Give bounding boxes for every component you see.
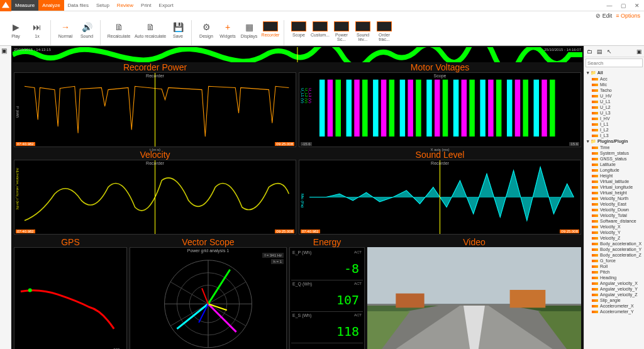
collapse-left-icon[interactable]: ▣ [0,46,11,55]
chart-velocity[interactable]: Recorder Adj./relative_velocity_z (km/h)… [14,160,296,235]
channel-sidebar: 🗀 ▤ ↖ ▣ ▾ 📁 AllAccMicTachoU_HVU_L1U_L2U_… [584,46,644,349]
tree-item[interactable]: Tacho [586,87,643,93]
options-link[interactable]: ≡ Options [616,13,640,18]
svg-rect-29 [534,80,540,136]
ordertrac-preset-button[interactable]: Order trac... [374,20,395,44]
tree-item[interactable]: Acc [586,76,643,82]
signal-icon [592,271,598,274]
video-frame[interactable] [367,247,581,349]
chart-sound-level[interactable]: Recorder Mic (Pa) 07:40.982 09:25.008 [299,160,581,235]
tree-item[interactable]: Time [586,145,643,150]
tab-review[interactable]: Review [113,0,137,11]
save-button[interactable]: 💾Save [167,20,189,44]
tree-item[interactable]: G_force [586,258,643,263]
sound-button[interactable]: 🔊Sound [76,20,97,44]
timeline[interactable]: 25/10/2015 - 14:13:15 25/10/2015 - 14:16… [13,47,582,58]
play-button[interactable]: ▶Play [5,20,26,44]
tree-group[interactable]: ▾ 📁 All [586,70,643,76]
signal-icon [592,254,598,257]
tree-item[interactable]: GNSS_status [586,156,643,162]
chart-motor-voltages[interactable]: Scope [299,72,581,147]
tree-item[interactable]: Slip_angle [586,297,643,303]
tree-item[interactable]: Velocity_East [586,201,643,207]
tab-print[interactable]: Print [137,0,155,11]
tree-item[interactable]: Virtual_longitude [586,184,643,190]
soundlev-preset-button[interactable]: Sound lev... [352,20,374,44]
sidebar-tool-cursor-icon[interactable]: ↖ [604,46,614,57]
tree-item[interactable]: Velocity_X [586,224,643,230]
channel-tree[interactable]: ▾ 📁 AllAccMicTachoU_HVU_L1U_L2U_L3I_HVI_… [584,69,644,349]
app-logo-icon[interactable] [0,0,11,11]
tree-item[interactable]: Accelerometer_X [586,303,643,309]
tree-item[interactable]: I_L1 [586,121,643,127]
tree-item[interactable]: Velocity_North [586,196,643,201]
chart-vector-scope[interactable]: Power grid analysis 1 f = 341 Hz h = 1 [130,247,287,349]
tree-item[interactable]: Angular_velocity_X [586,280,643,286]
tab-analyze[interactable]: Analyze [38,0,64,11]
custom-preset-button[interactable]: Custom... [309,20,331,44]
panel-recorder-power: Recorder Power Recorder P (kW) 07:40.982… [14,62,296,147]
svg-rect-8 [347,80,352,136]
maximize-button[interactable]: ▢ [616,0,630,11]
tree-item[interactable]: Height [586,173,643,179]
svg-rect-10 [362,80,368,136]
edit-link[interactable]: ⊘ Edit [596,13,612,18]
tree-item[interactable]: Longitude [586,167,643,173]
minimize-button[interactable]: — [602,0,616,11]
tab-datafiles[interactable]: Data files [64,0,92,11]
tree-item[interactable]: Velocity_Down [586,207,643,213]
tree-item[interactable]: U_L1 [586,99,643,104]
tree-item[interactable]: U_L2 [586,104,643,110]
sidebar-tool-folder-icon[interactable]: 🗀 [584,46,594,57]
tree-group[interactable]: ▾ 📁 Plugins/Plugin [586,138,643,145]
tree-item[interactable]: Pitch [586,269,643,275]
sidebar-collapse-icon[interactable]: ▣ [634,46,644,57]
tab-measure[interactable]: Measure [11,0,38,11]
normal-button[interactable]: →Normal [55,20,76,44]
signal-icon [592,260,598,262]
signal-icon [592,123,598,126]
powersc-preset-button[interactable]: Power Sc... [331,20,352,44]
tree-item[interactable]: Software_distance [586,218,643,224]
tree-item[interactable]: System_status [586,150,643,156]
search-input[interactable] [586,58,643,67]
tree-item[interactable]: I_L3 [586,133,643,138]
tree-item[interactable]: Velocity_Y [586,230,643,235]
gear-icon: ⚙ [201,21,212,33]
close-button[interactable]: ✕ [630,0,644,11]
tree-item[interactable]: Heading [586,275,643,280]
tree-item[interactable]: Angular_velocity_Z [586,292,643,297]
speed-button[interactable]: ⏭1x [26,20,48,44]
arrow-icon: → [60,21,71,33]
tree-item[interactable]: Roll [586,263,643,269]
chart-gps[interactable]: 200 m [14,247,127,349]
tree-item[interactable]: Mic [586,82,643,87]
signal-icon [592,248,598,251]
sidebar-toolbar: 🗀 ▤ ↖ ▣ [584,46,644,57]
tree-item[interactable]: I_L2 [586,127,643,133]
recorder-button[interactable]: Recorder [260,20,281,44]
chart-recorder-power[interactable]: Recorder P (kW) 07:40.982 09:25.008 t (m… [14,72,296,147]
tree-item[interactable]: Body_acceleration_X [586,241,643,247]
tree-item[interactable]: Velocity_Z [586,235,643,241]
tree-item[interactable]: Body_acceleration_Z [586,252,643,258]
tab-export[interactable]: Export [155,0,177,11]
tree-item[interactable]: Accelerometer_Y [586,309,643,314]
tree-item[interactable]: Virtual_latitude [586,179,643,184]
tree-item[interactable]: Latitude [586,162,643,167]
displays-button[interactable]: ▦Displays [238,20,260,44]
scope-preset-button[interactable]: Scope [288,20,309,44]
tree-item[interactable]: Body_acceleration_Y [586,247,643,252]
tree-item[interactable]: Virtual_height [586,190,643,196]
design-button[interactable]: ⚙Design [196,20,217,44]
autorecalc-button[interactable]: 🗎Auto recalculate [133,20,167,44]
recalculate-button[interactable]: 🗎Recalculate [104,20,133,44]
widgets-button[interactable]: +Widgets [217,20,238,44]
sidebar-tool-list-icon[interactable]: ▤ [594,46,604,57]
tree-item[interactable]: Angular_velocity_Y [586,286,643,292]
tree-item[interactable]: U_L3 [586,110,643,116]
tree-item[interactable]: Velocity_Total [586,213,643,218]
tree-item[interactable]: U_HV [586,93,643,99]
tree-item[interactable]: I_HV [586,116,643,121]
tab-setup[interactable]: Setup [92,0,113,11]
